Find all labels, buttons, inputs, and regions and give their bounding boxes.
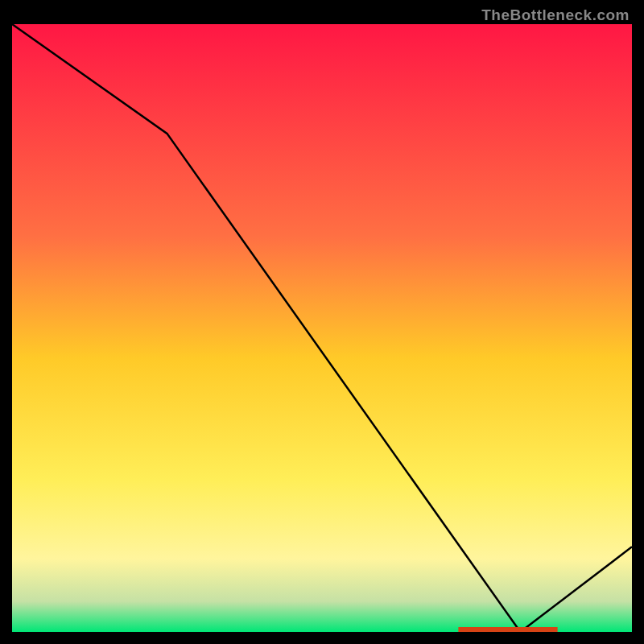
watermark-text: TheBottleneck.com [481, 6, 630, 24]
chart-svg [12, 24, 632, 632]
gradient-background [12, 24, 632, 632]
optimal-range-marker [458, 627, 557, 632]
chart-container [12, 24, 632, 632]
